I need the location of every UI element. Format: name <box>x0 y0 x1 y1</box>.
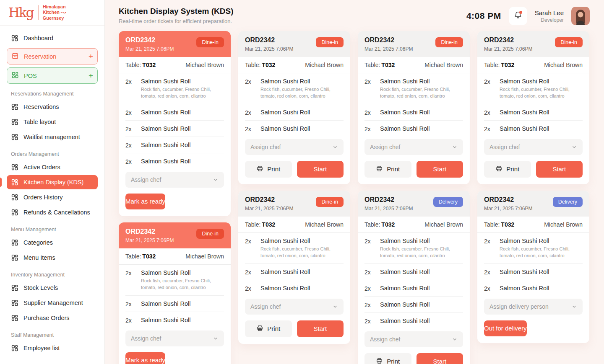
pos-quick-button[interactable]: POS + <box>7 67 98 84</box>
out-for-delivery-button[interactable]: Out for delivery <box>484 320 527 336</box>
assign-chef-select[interactable]: Assign chef <box>364 139 463 155</box>
brand-logo[interactable]: Hkg Himalayan Kitchen Guernsey <box>0 0 104 26</box>
sidebar-item[interactable]: Reservations <box>7 100 98 114</box>
item-desc: Rock fish, cucumber, Fresno Chili, tomat… <box>141 86 224 100</box>
start-button[interactable]: Start <box>417 353 463 364</box>
item-name: Salmon Sushi Roll <box>380 78 463 85</box>
order-card: ORD2342 Mar 21, 2025 7:06PM Delivery Tab… <box>477 191 589 343</box>
order-items: 2x Salmon Sushi Roll Rock fish, cucumber… <box>477 73 589 137</box>
item-qty: 2x <box>245 125 260 132</box>
sidebar-item-label: Supplier Management <box>23 299 83 306</box>
sidebar-item-label: Waitlist management <box>23 134 80 140</box>
pos-label: POS <box>24 72 37 79</box>
print-button[interactable]: Print <box>484 161 531 178</box>
customer-name: Michael Brown <box>305 221 344 228</box>
assign-chef-select[interactable]: Assign chef <box>484 139 583 155</box>
item-qty: 2x <box>245 285 260 292</box>
item-qty: 2x <box>484 125 500 132</box>
brand-line-2: Kitchen <box>43 10 66 15</box>
order-card-header: ORD2342 Mar 21, 2025 7:06PM Dine-in <box>119 31 231 57</box>
order-items: 2x Salmon Sushi Roll Rock fish, cucumber… <box>358 73 470 137</box>
item-qty: 2x <box>245 238 260 259</box>
sidebar-item-label: Active Orders <box>23 164 60 170</box>
assign-placeholder: Assign chef <box>489 144 520 150</box>
sidebar: Hkg Himalayan Kitchen Guernsey Dashboard <box>0 0 105 364</box>
order-id: ORD2342 <box>245 196 293 204</box>
order-datetime: Mar 21, 2025 7:06PM <box>125 46 174 52</box>
sidebar-item[interactable]: Supplier Management <box>7 296 98 310</box>
sidebar-item[interactable]: Table layout <box>7 115 98 129</box>
print-button[interactable]: Print <box>364 161 411 178</box>
page-title: Kitchen Display System (KDS) <box>119 7 233 16</box>
assign-delivery-select[interactable]: Assign delivery person <box>484 299 583 315</box>
assign-chef-select[interactable]: Assign chef <box>125 330 224 346</box>
reservation-quick-button[interactable]: Reservation + <box>7 48 98 65</box>
sidebar-item[interactable]: Menu Items <box>7 250 98 265</box>
start-button[interactable]: Start <box>536 161 583 178</box>
item-name: Salmon Sushi Roll <box>260 109 310 116</box>
item-qty: 2x <box>125 125 141 132</box>
assign-chef-select[interactable]: Assign chef <box>245 139 344 155</box>
table-customer-row: Table:T032 Michael Brown <box>358 217 470 233</box>
sidebar-item[interactable]: Purchase Orders <box>7 311 98 325</box>
start-button[interactable]: Start <box>297 161 344 178</box>
order-type-badge: Delivery <box>553 197 583 207</box>
plus-icon[interactable]: + <box>89 52 93 60</box>
sidebar-item[interactable]: Employee list <box>7 341 98 355</box>
item-qty: 2x <box>125 158 141 165</box>
mark-ready-button[interactable]: Mark as ready <box>125 352 165 364</box>
table-customer-row: Table:T032 Michael Brown <box>119 248 231 265</box>
order-item: 2x Salmon Sushi Roll <box>245 121 344 137</box>
order-datetime: Mar 21, 2025 7:06PM <box>484 46 532 52</box>
order-card: ORD2342 Mar 21, 2025 7:06PM Dine-in Tabl… <box>358 31 470 184</box>
table-number: T032 <box>262 62 275 68</box>
customer-name: Michael Brown <box>544 62 583 68</box>
grid-icon <box>11 34 18 42</box>
order-datetime: Mar 21, 2025 7:06PM <box>125 238 174 243</box>
mark-ready-button[interactable]: Mark as ready <box>125 194 165 209</box>
customer-name: Michael Brown <box>185 253 224 260</box>
main-content: Kitchen Display System (KDS) Real-time o… <box>105 0 604 364</box>
nav-section-items: Stock Levels Supplier Management Purchas… <box>7 281 98 325</box>
order-item: 2x Salmon Sushi Roll <box>364 104 463 121</box>
item-name: Salmon Sushi Roll <box>260 238 344 244</box>
item-name: Salmon Sushi Roll <box>141 142 190 148</box>
order-items: 2x Salmon Sushi Roll Rock fish, cucumber… <box>119 265 231 328</box>
sidebar-item-label: Dashboard <box>23 35 53 41</box>
sidebar-item[interactable]: Orders History <box>7 190 98 204</box>
order-card-header: ORD2342 Mar 21, 2025 7:06PM Dine-in <box>477 31 589 57</box>
table-customer-row: Table:T032 Michael Brown <box>119 57 231 73</box>
item-name: Salmon Sushi Roll <box>500 125 549 132</box>
start-button[interactable]: Start <box>297 320 344 337</box>
print-button[interactable]: Print <box>245 320 292 337</box>
sidebar-item[interactable]: Refunds & Cancellations <box>7 205 98 219</box>
order-items: 2x Salmon Sushi Roll Rock fish, cucumber… <box>238 73 350 137</box>
item-qty: 2x <box>364 78 380 100</box>
sidebar-item[interactable]: Active Orders <box>7 160 98 174</box>
print-button[interactable]: Print <box>245 161 292 178</box>
sidebar-item[interactable]: Waitlist management <box>7 130 98 144</box>
assign-chef-select[interactable]: Assign chef <box>125 172 224 188</box>
item-qty: 2x <box>125 300 141 307</box>
sidebar-item[interactable]: Stock Levels <box>7 281 98 295</box>
board-column: ORD2342 Mar 21, 2025 7:06PM Dine-in Tabl… <box>477 31 589 343</box>
assign-placeholder: Assign chef <box>131 176 161 183</box>
item-name: Salmon Sushi Roll <box>380 285 430 292</box>
avatar[interactable] <box>571 7 590 25</box>
sidebar-item-dashboard[interactable]: Dashboard <box>7 31 98 45</box>
sidebar-item-label: Kitchen Display (KDS) <box>23 179 83 186</box>
sidebar-item[interactable]: Categories <box>7 235 98 250</box>
assign-placeholder: Assign chef <box>250 144 281 150</box>
notification-bell-button[interactable] <box>509 7 527 25</box>
plus-icon[interactable]: + <box>89 72 93 80</box>
item-name: Salmon Sushi Roll <box>141 125 190 132</box>
user-block[interactable]: Sarah Lee Developer <box>535 9 564 23</box>
sidebar-item[interactable]: Kitchen Display (KDS) <box>7 175 98 189</box>
start-button[interactable]: Start <box>417 161 463 178</box>
print-label: Print <box>387 358 400 364</box>
assign-chef-select[interactable]: Assign chef <box>245 299 344 315</box>
order-card-header: ORD2342 Mar 21, 2025 7:06PM Dine-in <box>238 31 350 57</box>
assign-chef-select[interactable]: Assign chef <box>364 331 463 347</box>
item-qty: 2x <box>125 109 141 116</box>
print-button[interactable]: Print <box>364 353 411 364</box>
